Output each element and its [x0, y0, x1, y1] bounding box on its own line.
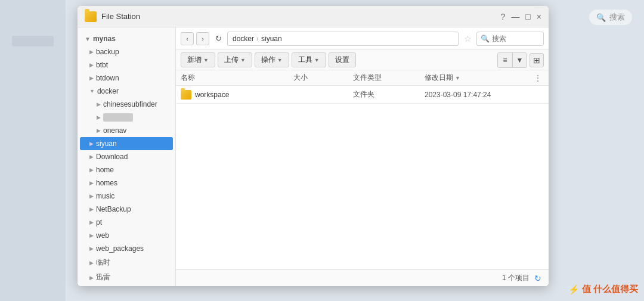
file-type: 文件夹 [353, 89, 425, 100]
window-body: ▼ mynas ▶ backup ▶ btbt ▶ btdown ▼ docke… [78, 27, 549, 286]
sidebar-item-chinesesubfinder[interactable]: ▶ chinesesubfinder [78, 98, 175, 111]
file-station-window: File Station ? — □ × ▼ mynas ▶ backup ▶ … [78, 6, 549, 286]
toolbar-actions: 新增 ▼ 上传 ▼ 操作 ▼ 工具 ▼ 设置 [176, 50, 549, 70]
status-bar: 1 个项目 ↻ [176, 269, 549, 286]
help-button[interactable]: ? [501, 12, 506, 21]
action-button[interactable]: 操作 ▼ [255, 52, 289, 67]
sidebar-item-label: siyuan [96, 139, 117, 148]
tools-button[interactable]: 工具 ▼ [292, 52, 326, 67]
new-button[interactable]: 新增 ▼ [181, 52, 215, 67]
sort-indicator: ▼ [455, 75, 460, 81]
sidebar-item-pt[interactable]: ▶ pt [78, 216, 175, 229]
tools-label: 工具 [298, 55, 312, 65]
maximize-button[interactable]: □ [525, 12, 530, 21]
minimize-button[interactable]: — [511, 12, 519, 21]
item-count: 1 个项目 [502, 273, 530, 283]
file-date: 2023-03-09 17:47:24 [425, 91, 532, 99]
sidebar-item-label: pt [96, 218, 102, 226]
sidebar-item-label: backup [96, 48, 119, 56]
app-icon [85, 11, 97, 22]
sidebar-item-label: chinesesubfinder [103, 100, 157, 108]
bg-search-icon: 🔍 [596, 13, 606, 22]
sidebar-item-label: ···· [103, 113, 133, 122]
window-controls: ? — □ × [501, 12, 541, 21]
watermark-icon: ⚡ [568, 284, 580, 295]
action-dropdown-arrow: ▼ [277, 57, 283, 63]
sidebar-item-label: web_packages [96, 244, 144, 253]
sidebar-item-btdown[interactable]: ▶ btdown [78, 72, 175, 85]
sidebar-item-label: btbt [96, 61, 108, 69]
sidebar-item-label: home [96, 166, 114, 174]
sidebar-item-backup[interactable]: ▶ backup [78, 45, 175, 58]
window-title: File Station [101, 12, 496, 21]
upload-button[interactable]: 上传 ▼ [218, 52, 252, 67]
favorite-button[interactable]: ☆ [461, 32, 474, 45]
view-options: ≡ ▼ ⊞ [497, 52, 544, 68]
sidebar-item-homes[interactable]: ▶ homes [78, 176, 175, 190]
settings-button[interactable]: 设置 [329, 52, 356, 67]
close-button[interactable]: × [537, 12, 541, 21]
sidebar-item-home[interactable]: ▶ home [78, 163, 175, 176]
sidebar-item-label: Download [96, 153, 128, 161]
tools-dropdown-arrow: ▼ [314, 57, 320, 63]
sidebar-item-label: NetBackup [96, 205, 131, 213]
sidebar-item-label: 迅雷 [96, 272, 110, 283]
bg-search-bar: 🔍 搜索 [589, 10, 632, 25]
col-size-label: 大小 [293, 73, 308, 83]
sidebar-item-label: docker [97, 87, 119, 95]
sidebar-item-btbt[interactable]: ▶ btbt [78, 58, 175, 72]
sidebar-item-label: web [96, 231, 109, 240]
col-options-button[interactable]: ⋮ [532, 73, 544, 83]
upload-dropdown-arrow: ▼ [240, 57, 246, 63]
col-size-header: 大小 [293, 73, 353, 83]
path-bar[interactable]: docker › siyuan [227, 32, 459, 46]
sidebar-item-linshi[interactable]: ▶ 临时 [78, 255, 175, 270]
sidebar-item-siyuan[interactable]: ▶ siyuan [80, 137, 173, 150]
table-row[interactable]: workspace 文件夹 2023-03-09 17:47:24 [176, 86, 549, 104]
sidebar-item-label: music [96, 192, 114, 200]
watermark: ⚡ 值 什么值得买 [568, 284, 638, 295]
watermark-text: 值 什么值得买 [582, 284, 638, 295]
file-name: workspace [195, 91, 229, 99]
sidebar-item-label: 临时 [96, 257, 110, 268]
col-modified-header: 修改日期 ▼ [425, 73, 532, 83]
sidebar-root-label: mynas [93, 35, 116, 43]
sidebar-item-docker[interactable]: ▼ docker [78, 85, 175, 98]
col-modified-label: 修改日期 [425, 73, 453, 83]
sidebar: ▼ mynas ▶ backup ▶ btbt ▶ btdown ▼ docke… [78, 27, 176, 286]
new-dropdown-arrow: ▼ [203, 57, 209, 63]
sidebar-item-download[interactable]: ▶ Download [78, 150, 175, 163]
col-name-label: 名称 [181, 73, 195, 83]
path-separator: › [256, 35, 259, 43]
view-toggle-group: ≡ ▼ [497, 52, 527, 68]
refresh-button[interactable]: ↻ [212, 32, 225, 45]
bg-search-label: 搜索 [609, 12, 625, 23]
new-label: 新增 [187, 55, 202, 65]
sidebar-item-web[interactable]: ▶ web [78, 229, 175, 242]
col-type-header: 文件类型 [353, 73, 425, 83]
toolbar-nav: ‹ › ↻ docker › siyuan ☆ 🔍 [176, 27, 549, 50]
sidebar-item-xunjian[interactable]: ▶ 迅雷 [78, 270, 175, 285]
action-label: 操作 [261, 55, 275, 65]
col-name-header: 名称 [181, 73, 293, 83]
list-view-button[interactable]: ≡ [498, 53, 512, 67]
path-segment-siyuan: siyuan [261, 35, 282, 43]
search-box: 🔍 [476, 32, 544, 46]
view-dropdown-button[interactable]: ▼ [512, 53, 527, 67]
sidebar-root[interactable]: ▼ mynas [78, 32, 175, 45]
status-refresh-button[interactable]: ↻ [534, 274, 541, 283]
sidebar-item-blurred[interactable]: ▶ ···· [78, 111, 175, 124]
upload-label: 上传 [224, 55, 239, 65]
back-button[interactable]: ‹ [181, 32, 194, 45]
file-list-header: 名称 大小 文件类型 修改日期 ▼ ⋮ [176, 70, 549, 86]
search-input[interactable] [492, 35, 540, 43]
sidebar-item-music[interactable]: ▶ music [78, 190, 175, 203]
sidebar-item-netbackup[interactable]: ▶ NetBackup [78, 203, 175, 216]
sidebar-item-web-packages[interactable]: ▶ web_packages [78, 242, 175, 255]
sidebar-item-label: btdown [96, 74, 119, 82]
sidebar-item-onenav[interactable]: ▶ onenav [78, 124, 175, 137]
settings-label: 设置 [335, 55, 349, 65]
forward-button[interactable]: › [196, 32, 209, 45]
main-content: ‹ › ↻ docker › siyuan ☆ 🔍 新增 ▼ [176, 27, 549, 286]
detail-view-button[interactable]: ⊞ [530, 53, 544, 67]
